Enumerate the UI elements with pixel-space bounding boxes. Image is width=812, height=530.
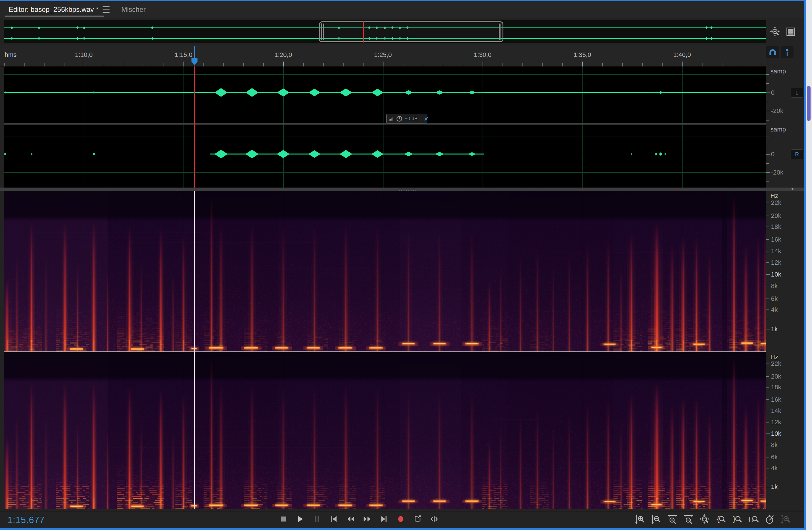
frequency-tick bbox=[766, 457, 769, 457]
waveform-right-channel[interactable] bbox=[4, 125, 766, 188]
ruler-tick bbox=[343, 63, 344, 67]
ruler-tick bbox=[323, 63, 324, 67]
skip-to-end-button[interactable] bbox=[380, 515, 388, 524]
waveform-display[interactable]: +0 dB bbox=[4, 67, 766, 188]
external-scrollbar-track[interactable] bbox=[806, 0, 812, 530]
ruler-tick bbox=[363, 63, 363, 67]
pause-button[interactable] bbox=[313, 515, 321, 524]
waveform-left-channel[interactable] bbox=[4, 67, 766, 124]
frequency-tick-label: 6k bbox=[771, 454, 778, 461]
ruler-tick bbox=[423, 63, 423, 67]
spectrogram-display[interactable] bbox=[4, 191, 766, 508]
zoom-to-out-point-button[interactable]: } bbox=[732, 514, 743, 525]
collapse-scale-icon[interactable]: ▼ bbox=[791, 187, 794, 191]
overview-audio-mark bbox=[76, 37, 79, 40]
rewind-button[interactable] bbox=[346, 515, 355, 524]
spectrogram-right-channel[interactable] bbox=[4, 352, 766, 508]
zoom-in-horizontal-button[interactable] bbox=[667, 514, 678, 525]
current-time-display[interactable]: 1:15.677 bbox=[8, 515, 45, 525]
amplitude-tick bbox=[766, 111, 770, 111]
overview-navigator[interactable] bbox=[4, 20, 766, 43]
amplitude-tick bbox=[766, 172, 770, 173]
ruler-tick bbox=[303, 63, 304, 67]
amplitude-scale-left[interactable]: samp0-20kL bbox=[766, 67, 804, 124]
timer-record-button[interactable] bbox=[764, 514, 775, 525]
frequency-tick-label: 22k bbox=[771, 360, 781, 368]
frequency-tick-label: 1k bbox=[771, 483, 778, 491]
overview-viewport-box[interactable] bbox=[319, 22, 503, 42]
frequency-tick-label: 22k bbox=[771, 199, 781, 206]
frequency-tick-label: 12k bbox=[771, 418, 781, 426]
spectrogram-left-channel[interactable] bbox=[4, 191, 766, 352]
frequency-scale-right[interactable]: Hz22k20k18k16k14k12k10k8k6k4k1k bbox=[766, 352, 804, 508]
zoom-to-in-point-button[interactable]: { bbox=[715, 514, 726, 525]
skip-selection-button[interactable] bbox=[430, 515, 439, 524]
ruler-tick bbox=[44, 63, 44, 67]
frequency-tick-label: 8k bbox=[771, 282, 778, 290]
viewport-left-handle[interactable] bbox=[321, 24, 324, 40]
frequency-tick bbox=[766, 329, 770, 329]
frequency-scale-left[interactable]: Hz22k20k18k16k14k12k10k8k6k4k1k bbox=[766, 191, 804, 352]
zoom-reset-button[interactable] bbox=[699, 514, 710, 525]
playhead-marker[interactable] bbox=[191, 58, 198, 66]
overview-audio-mark bbox=[710, 37, 713, 40]
loop-playback-button[interactable] bbox=[413, 515, 422, 524]
overview-audio-mark bbox=[705, 26, 708, 29]
ruler-time-label: 1:25,0 bbox=[374, 51, 392, 59]
frequency-tick-label: 1k bbox=[771, 325, 778, 333]
splitter-grip[interactable] bbox=[397, 188, 416, 191]
tab-mixer[interactable]: Mischer bbox=[121, 1, 146, 18]
zoom-in-vertical-button[interactable] bbox=[635, 514, 646, 525]
amplitude-tick bbox=[766, 74, 769, 75]
stop-button[interactable] bbox=[279, 515, 288, 524]
ruler-tick bbox=[144, 63, 144, 67]
timeline-ruler[interactable]: hms 1:10,01:15,01:20,01:25,01:30,01:35,0… bbox=[0, 45, 766, 67]
ruler-tick bbox=[702, 63, 702, 67]
ruler-unit-label: hms bbox=[5, 51, 17, 59]
frequency-tick-label: 18k bbox=[771, 223, 781, 231]
fast-forward-button[interactable] bbox=[363, 515, 372, 524]
external-scrollbar-thumb[interactable] bbox=[807, 86, 811, 121]
zoom-out-vertical-button[interactable] bbox=[651, 514, 662, 525]
volume-value[interactable]: +0 bbox=[405, 116, 410, 121]
volume-knob-icon[interactable] bbox=[396, 115, 403, 122]
frequency-tick bbox=[766, 203, 769, 203]
amplitude-tick bbox=[766, 154, 770, 155]
frequency-tick bbox=[766, 262, 769, 263]
ruler-tick bbox=[463, 63, 463, 67]
amplitude-tick bbox=[766, 145, 769, 145]
panel-menu-icon[interactable] bbox=[103, 6, 110, 13]
zoom-vertical-disabled-button[interactable] bbox=[780, 514, 791, 525]
hud-pin-button[interactable] bbox=[423, 116, 430, 122]
ruler-time-label: 1:40,0 bbox=[673, 51, 691, 59]
monitor-headphones-button[interactable] bbox=[766, 46, 779, 58]
frequency-tick-label: 4k bbox=[771, 306, 778, 314]
frequency-tick-label: 6k bbox=[771, 295, 778, 303]
overview-audio-mark bbox=[38, 26, 41, 29]
playhead-line-spectrogram bbox=[194, 191, 195, 508]
viewport-right-handle[interactable] bbox=[498, 24, 502, 40]
panel-splitter[interactable]: ▼ bbox=[0, 188, 804, 191]
overview-audio-mark bbox=[151, 37, 154, 40]
zoom-full-icon[interactable] bbox=[770, 26, 781, 37]
tab-editor[interactable]: Editor: basop_256kbps.wav * bbox=[9, 1, 110, 18]
frequency-tick bbox=[766, 477, 769, 477]
overview-audio-mark bbox=[10, 26, 13, 29]
channel-badge-l[interactable]: L bbox=[791, 88, 803, 98]
zoom-to-selection-button[interactable]: {} bbox=[748, 514, 759, 525]
playhead-pin-button[interactable] bbox=[781, 46, 794, 58]
volume-hud[interactable]: +0 dB bbox=[386, 114, 427, 124]
channel-badge-r[interactable]: R bbox=[791, 149, 803, 159]
play-button[interactable] bbox=[296, 515, 305, 524]
skip-to-start-button[interactable] bbox=[330, 515, 338, 524]
overview-playhead[interactable] bbox=[363, 21, 364, 42]
zoom-out-horizontal-button[interactable] bbox=[683, 514, 694, 525]
amplitude-scale-right[interactable]: samp0-20kR bbox=[766, 125, 804, 188]
record-button[interactable] bbox=[396, 515, 405, 524]
ruler-tick bbox=[503, 63, 503, 67]
ruler-tick bbox=[64, 63, 64, 67]
amplitude-tick-label: 0 bbox=[771, 151, 774, 158]
channel-layout-icon[interactable] bbox=[785, 27, 796, 37]
frequency-tick bbox=[766, 286, 769, 286]
frequency-tick bbox=[766, 487, 770, 487]
